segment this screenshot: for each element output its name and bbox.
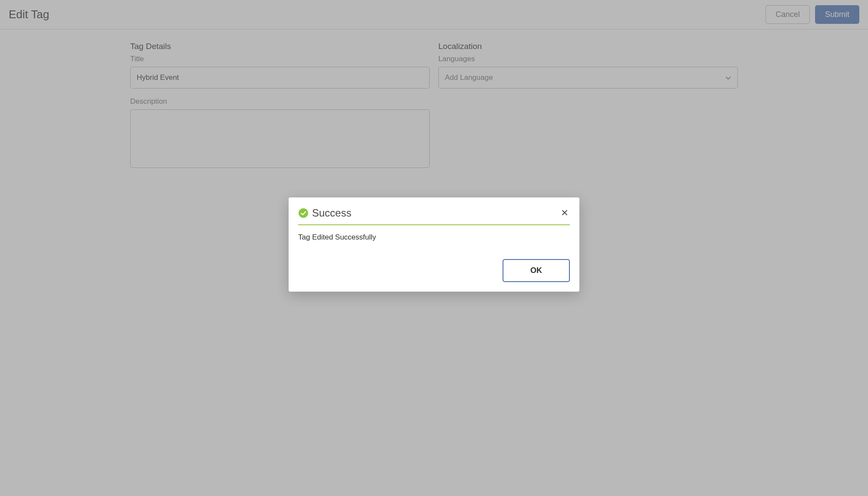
- success-dialog: Success Tag Edited Successfully OK: [289, 197, 579, 292]
- dialog-header: Success: [298, 207, 570, 225]
- ok-button[interactable]: OK: [503, 259, 570, 282]
- close-icon[interactable]: [559, 208, 570, 218]
- svg-point-0: [299, 208, 308, 218]
- dialog-title-wrap: Success: [298, 207, 352, 219]
- success-check-icon: [298, 208, 309, 218]
- modal-overlay: Success Tag Edited Successfully OK: [0, 0, 868, 496]
- dialog-title: Success: [312, 207, 352, 219]
- dialog-message: Tag Edited Successfully: [298, 233, 570, 242]
- dialog-footer: OK: [298, 259, 570, 282]
